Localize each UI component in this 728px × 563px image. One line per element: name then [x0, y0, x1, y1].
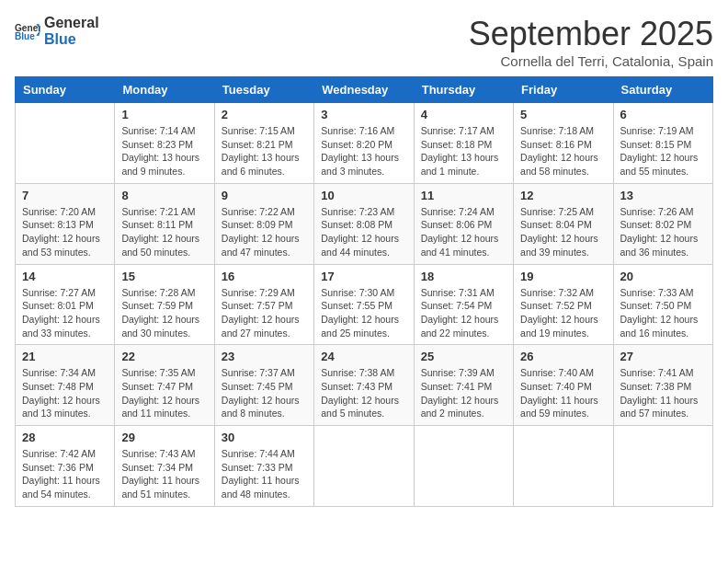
day-info: Sunrise: 7:18 AM Sunset: 8:16 PM Dayligh… [520, 124, 606, 178]
day-info: Sunrise: 7:20 AM Sunset: 8:13 PM Dayligh… [22, 205, 108, 259]
day-of-week-header: SundayMondayTuesdayWednesdayThursdayFrid… [16, 77, 713, 103]
calendar-cell: 27Sunrise: 7:41 AM Sunset: 7:38 PM Dayli… [613, 345, 712, 426]
day-number: 28 [22, 431, 108, 444]
day-info: Sunrise: 7:30 AM Sunset: 7:55 PM Dayligh… [321, 286, 406, 340]
day-info: Sunrise: 7:34 AM Sunset: 7:48 PM Dayligh… [22, 366, 108, 420]
calendar: SundayMondayTuesdayWednesdayThursdayFrid… [15, 76, 713, 507]
day-number: 4 [421, 108, 506, 121]
day-number: 9 [222, 189, 307, 202]
calendar-cell: 6Sunrise: 7:19 AM Sunset: 8:15 PM Daylig… [613, 103, 712, 184]
day-number: 26 [520, 350, 606, 363]
dow-wednesday: Wednesday [314, 77, 414, 103]
day-info: Sunrise: 7:32 AM Sunset: 7:52 PM Dayligh… [520, 286, 606, 340]
calendar-cell: 5Sunrise: 7:18 AM Sunset: 8:16 PM Daylig… [514, 103, 613, 184]
day-number: 18 [421, 270, 506, 283]
calendar-cell: 28Sunrise: 7:42 AM Sunset: 7:36 PM Dayli… [16, 426, 115, 507]
calendar-cell: 17Sunrise: 7:30 AM Sunset: 7:55 PM Dayli… [314, 264, 414, 345]
day-info: Sunrise: 7:37 AM Sunset: 7:45 PM Dayligh… [222, 366, 307, 420]
week-row-0: 1Sunrise: 7:14 AM Sunset: 8:23 PM Daylig… [16, 103, 713, 184]
calendar-cell: 13Sunrise: 7:26 AM Sunset: 8:02 PM Dayli… [613, 183, 712, 264]
calendar-cell: 16Sunrise: 7:29 AM Sunset: 7:57 PM Dayli… [214, 264, 313, 345]
day-number: 10 [321, 189, 406, 202]
calendar-cell: 14Sunrise: 7:27 AM Sunset: 8:01 PM Dayli… [16, 264, 115, 345]
calendar-cell: 9Sunrise: 7:22 AM Sunset: 8:09 PM Daylig… [214, 183, 313, 264]
week-row-3: 21Sunrise: 7:34 AM Sunset: 7:48 PM Dayli… [16, 345, 713, 426]
dow-thursday: Thursday [414, 77, 513, 103]
calendar-body: 1Sunrise: 7:14 AM Sunset: 8:23 PM Daylig… [16, 103, 713, 507]
day-number: 14 [22, 270, 108, 283]
day-number: 3 [321, 108, 406, 121]
day-info: Sunrise: 7:38 AM Sunset: 7:43 PM Dayligh… [321, 366, 406, 420]
calendar-cell: 30Sunrise: 7:44 AM Sunset: 7:33 PM Dayli… [214, 426, 313, 507]
day-info: Sunrise: 7:42 AM Sunset: 7:36 PM Dayligh… [22, 447, 108, 501]
day-number: 25 [421, 350, 506, 363]
day-number: 17 [321, 270, 406, 283]
dow-saturday: Saturday [613, 77, 712, 103]
day-info: Sunrise: 7:28 AM Sunset: 7:59 PM Dayligh… [121, 286, 207, 340]
day-info: Sunrise: 7:29 AM Sunset: 7:57 PM Dayligh… [222, 286, 307, 340]
calendar-cell: 11Sunrise: 7:24 AM Sunset: 8:06 PM Dayli… [414, 183, 513, 264]
day-number: 8 [121, 189, 207, 202]
calendar-cell: 21Sunrise: 7:34 AM Sunset: 7:48 PM Dayli… [16, 345, 115, 426]
day-number: 13 [620, 189, 706, 202]
week-row-1: 7Sunrise: 7:20 AM Sunset: 8:13 PM Daylig… [16, 183, 713, 264]
dow-tuesday: Tuesday [214, 77, 313, 103]
day-number: 29 [121, 431, 207, 444]
title-area: September 2025 Cornella del Terri, Catal… [469, 15, 713, 69]
dow-friday: Friday [514, 77, 613, 103]
day-number: 16 [222, 270, 307, 283]
day-number: 22 [121, 350, 207, 363]
day-number: 6 [620, 108, 706, 121]
calendar-cell [414, 426, 513, 507]
day-number: 30 [222, 431, 307, 444]
day-info: Sunrise: 7:17 AM Sunset: 8:18 PM Dayligh… [421, 124, 506, 178]
week-row-4: 28Sunrise: 7:42 AM Sunset: 7:36 PM Dayli… [16, 426, 713, 507]
calendar-cell: 2Sunrise: 7:15 AM Sunset: 8:21 PM Daylig… [214, 103, 313, 184]
day-info: Sunrise: 7:33 AM Sunset: 7:50 PM Dayligh… [620, 286, 706, 340]
calendar-cell: 1Sunrise: 7:14 AM Sunset: 8:23 PM Daylig… [115, 103, 214, 184]
calendar-cell: 25Sunrise: 7:39 AM Sunset: 7:41 PM Dayli… [414, 345, 513, 426]
calendar-cell: 10Sunrise: 7:23 AM Sunset: 8:08 PM Dayli… [314, 183, 414, 264]
calendar-cell [16, 103, 115, 184]
day-info: Sunrise: 7:22 AM Sunset: 8:09 PM Dayligh… [222, 205, 307, 259]
day-number: 2 [222, 108, 307, 121]
calendar-cell [314, 426, 414, 507]
day-info: Sunrise: 7:40 AM Sunset: 7:40 PM Dayligh… [520, 366, 606, 420]
calendar-cell: 15Sunrise: 7:28 AM Sunset: 7:59 PM Dayli… [115, 264, 214, 345]
day-info: Sunrise: 7:35 AM Sunset: 7:47 PM Dayligh… [121, 366, 207, 420]
calendar-cell: 23Sunrise: 7:37 AM Sunset: 7:45 PM Dayli… [214, 345, 313, 426]
day-number: 24 [321, 350, 406, 363]
calendar-cell: 3Sunrise: 7:16 AM Sunset: 8:20 PM Daylig… [314, 103, 414, 184]
day-info: Sunrise: 7:23 AM Sunset: 8:08 PM Dayligh… [321, 205, 406, 259]
day-info: Sunrise: 7:19 AM Sunset: 8:15 PM Dayligh… [620, 124, 706, 178]
day-number: 15 [121, 270, 207, 283]
location-title: Cornella del Terri, Catalonia, Spain [469, 53, 713, 69]
day-info: Sunrise: 7:25 AM Sunset: 8:04 PM Dayligh… [520, 205, 606, 259]
day-number: 21 [22, 350, 108, 363]
day-number: 7 [22, 189, 108, 202]
day-number: 20 [620, 270, 706, 283]
day-info: Sunrise: 7:41 AM Sunset: 7:38 PM Dayligh… [620, 366, 706, 420]
calendar-cell [514, 426, 613, 507]
day-info: Sunrise: 7:31 AM Sunset: 7:54 PM Dayligh… [421, 286, 506, 340]
day-info: Sunrise: 7:43 AM Sunset: 7:34 PM Dayligh… [121, 447, 207, 501]
dow-monday: Monday [115, 77, 214, 103]
calendar-cell: 24Sunrise: 7:38 AM Sunset: 7:43 PM Dayli… [314, 345, 414, 426]
day-info: Sunrise: 7:16 AM Sunset: 8:20 PM Dayligh… [321, 124, 406, 178]
logo-icon: General Blue [15, 21, 40, 41]
calendar-cell: 12Sunrise: 7:25 AM Sunset: 8:04 PM Dayli… [514, 183, 613, 264]
svg-text:Blue: Blue [15, 31, 35, 41]
calendar-cell: 18Sunrise: 7:31 AM Sunset: 7:54 PM Dayli… [414, 264, 513, 345]
day-number: 11 [421, 189, 506, 202]
day-number: 23 [222, 350, 307, 363]
calendar-cell: 20Sunrise: 7:33 AM Sunset: 7:50 PM Dayli… [613, 264, 712, 345]
day-info: Sunrise: 7:14 AM Sunset: 8:23 PM Dayligh… [121, 124, 207, 178]
calendar-cell: 26Sunrise: 7:40 AM Sunset: 7:40 PM Dayli… [514, 345, 613, 426]
day-info: Sunrise: 7:15 AM Sunset: 8:21 PM Dayligh… [222, 124, 307, 178]
day-number: 5 [520, 108, 606, 121]
week-row-2: 14Sunrise: 7:27 AM Sunset: 8:01 PM Dayli… [16, 264, 713, 345]
logo: General Blue General Blue [15, 15, 99, 47]
logo-general: General [44, 15, 99, 31]
calendar-cell [613, 426, 712, 507]
day-number: 27 [620, 350, 706, 363]
